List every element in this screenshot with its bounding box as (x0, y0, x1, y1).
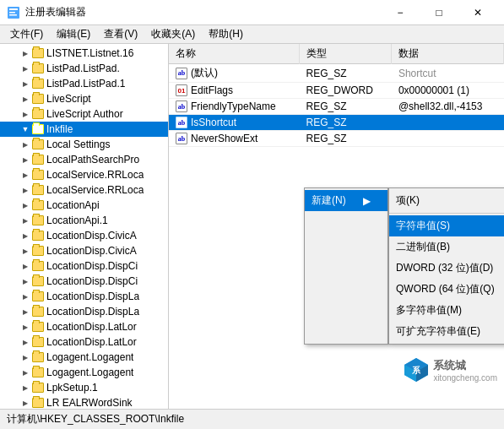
tree-item[interactable]: ▶LISTNET.Listnet.16 (0, 46, 168, 61)
close-button[interactable]: ✕ (458, 0, 497, 25)
table-row[interactable]: abIsShortcutREG_SZ (169, 115, 504, 131)
minimize-button[interactable]: − (381, 0, 420, 25)
watermark-logo-icon: 系 (403, 356, 430, 383)
maximize-button[interactable]: □ (420, 0, 458, 25)
svg-rect-3 (9, 14, 17, 16)
tree-item[interactable]: ▶ListPad.ListPad.1 (0, 76, 168, 91)
window-controls: − □ ✕ (381, 0, 497, 25)
tree-item[interactable]: ▶LiveScript (0, 91, 168, 106)
context-submenu[interactable]: 项(K)字符串值(S)二进制值(B)DWORD (32 位)值(D)QWORD … (388, 187, 504, 345)
bin-icon: 01 (176, 84, 187, 96)
tree-expand-icon: ▶ (20, 109, 30, 119)
tree-item[interactable]: ▶Logagent.Logagent (0, 365, 168, 380)
tree-item[interactable]: ▶Local Settings (0, 137, 168, 152)
tree-item[interactable]: ▶ListPad.ListPad. (0, 61, 168, 76)
cell-type: REG_SZ (300, 115, 392, 131)
submenu-item[interactable]: 字符串值(S) (389, 215, 504, 236)
tree-item-label: LocationDisp.LatLor (46, 321, 137, 333)
tree-item[interactable]: ▶LocalService.RRLoca (0, 167, 168, 182)
tree-item[interactable]: ▶LocationDisp.CivicA (0, 228, 168, 243)
tree-item[interactable]: ▶LR EALRWordSink (0, 395, 168, 409)
cell-data (392, 115, 504, 131)
tree-item[interactable]: ▶LocationDisp.DispLa (0, 289, 168, 304)
table-row[interactable]: ab(默认)REG_SZShortcut (169, 64, 504, 83)
tree-item-label: LocationDisp.DispCi (46, 275, 138, 287)
submenu-item[interactable]: DWORD (32 位)值(D) (389, 258, 504, 279)
folder-icon (32, 139, 44, 149)
tree-item[interactable]: ▶LocalService.RRLoca (0, 182, 168, 198)
table-row[interactable]: abFriendlyTypeNameREG_SZ@shell32.dll,-41… (169, 99, 504, 115)
tree-item[interactable]: ▶LocationDisp.LatLor (0, 319, 168, 334)
svg-rect-2 (9, 12, 15, 14)
folder-icon (32, 398, 44, 408)
col-name: 名称 (169, 44, 300, 64)
tree-item-label: LocationDisp.LatLor (46, 336, 137, 348)
tree-expand-icon: ▶ (20, 139, 30, 149)
folder-icon (32, 383, 44, 393)
cell-name: abIsShortcut (169, 115, 300, 131)
tree-expand-icon: ▶ (20, 155, 30, 165)
menu-help[interactable]: 帮助(H) (202, 25, 250, 43)
tree-scroll[interactable]: ▶LISTNET.Listnet.16▶ListPad.ListPad.▶Lis… (0, 44, 168, 409)
tree-item[interactable]: ▶LocationApi.1 (0, 213, 168, 228)
tree-expand-icon: ▶ (20, 246, 30, 256)
tree-item-label: Inkfile (46, 123, 73, 135)
table-header-row: 名称 类型 数据 (169, 44, 504, 64)
cell-name: abFriendlyTypeName (169, 99, 300, 115)
tree-item[interactable]: ▶LocationDisp.LatLor (0, 334, 168, 350)
folder-icon (32, 124, 44, 134)
tree-item-label: LpkSetup.1 (46, 382, 98, 394)
folder-icon (32, 261, 44, 271)
tree-expand-icon: ▶ (20, 307, 30, 317)
tree-item-label: LocationDisp.DispLa (46, 306, 139, 318)
cell-data: @shell32.dll,-4153 (392, 99, 504, 115)
folder-icon (32, 352, 44, 362)
table-row[interactable]: abNeverShowExtREG_SZ (169, 131, 504, 147)
reg-name: NeverShowExt (191, 133, 257, 144)
tree-item[interactable]: ▶LocationDisp.DispCi (0, 274, 168, 289)
tree-expand-icon: ▶ (20, 261, 30, 271)
tree-item[interactable]: ▶LpkSetup.1 (0, 380, 168, 395)
menu-separator (389, 213, 504, 214)
tree-expand-icon: ▶ (20, 94, 30, 104)
submenu-item[interactable]: 二进制值(B) (389, 236, 504, 258)
submenu-item[interactable]: 多字符串值(M) (389, 300, 504, 321)
context-menu-new-item[interactable]: 新建(N) ▶ (305, 190, 387, 211)
submenu-container[interactable]: 新建(N) ▶ 项(K)字符串值(S)二进制值(B)DWORD (32 位)值(… (304, 187, 504, 345)
cell-type: REG_DWORD (300, 83, 392, 99)
tree-item[interactable]: ▶LocationDisp.DispLa (0, 304, 168, 319)
tree-item[interactable]: ▶LocationDisp.CivicA (0, 243, 168, 258)
tree-expand-icon: ▶ (20, 337, 30, 347)
folder-icon (32, 231, 44, 241)
menu-bar: 文件(F) 编辑(E) 查看(V) 收藏夹(A) 帮助(H) (0, 25, 504, 44)
menu-file[interactable]: 文件(F) (3, 25, 50, 43)
watermark: 系 系统城 xitongcheng.com (403, 356, 497, 383)
context-menu-new[interactable]: 新建(N) ▶ (304, 187, 388, 345)
table-row[interactable]: 01EditFlagsREG_DWORD0x00000001 (1) (169, 83, 504, 99)
submenu-item[interactable]: 项(K) (389, 190, 504, 211)
tree-expand-icon: ▶ (20, 215, 30, 225)
menu-favorites[interactable]: 收藏夹(A) (144, 25, 202, 43)
tree-item[interactable]: ▶LiveScript Author (0, 106, 168, 122)
tree-item[interactable]: ▶LocationDisp.DispCi (0, 258, 168, 274)
folder-icon (32, 246, 44, 256)
tree-item-label: LocalService.RRLoca (46, 169, 144, 181)
tree-item[interactable]: ▶LocationApi (0, 198, 168, 213)
submenu-item[interactable]: 可扩充字符串值(E) (389, 321, 504, 342)
svg-text:系: 系 (412, 366, 421, 375)
tree-expand-icon: ▶ (20, 185, 30, 195)
folder-icon (32, 307, 44, 317)
tree-item[interactable]: ▶LocalPathSearchPro (0, 152, 168, 167)
tree-item-label: Logagent.Logagent (46, 367, 133, 378)
reg-name: (默认) (191, 66, 218, 80)
tree-item[interactable]: ▶Logagent.Logagent (0, 350, 168, 365)
folder-icon (32, 155, 44, 165)
menu-view[interactable]: 查看(V) (97, 25, 144, 43)
tree-item-label: LocationApi.1 (46, 214, 108, 226)
tree-item[interactable]: ▼Inkfile (0, 122, 168, 137)
cell-type: REG_SZ (300, 64, 392, 83)
submenu-item[interactable]: QWORD (64 位)值(Q) (389, 279, 504, 300)
cell-name: abNeverShowExt (169, 131, 300, 147)
menu-edit[interactable]: 编辑(E) (50, 25, 97, 43)
tree-expand-icon: ▶ (20, 398, 30, 408)
